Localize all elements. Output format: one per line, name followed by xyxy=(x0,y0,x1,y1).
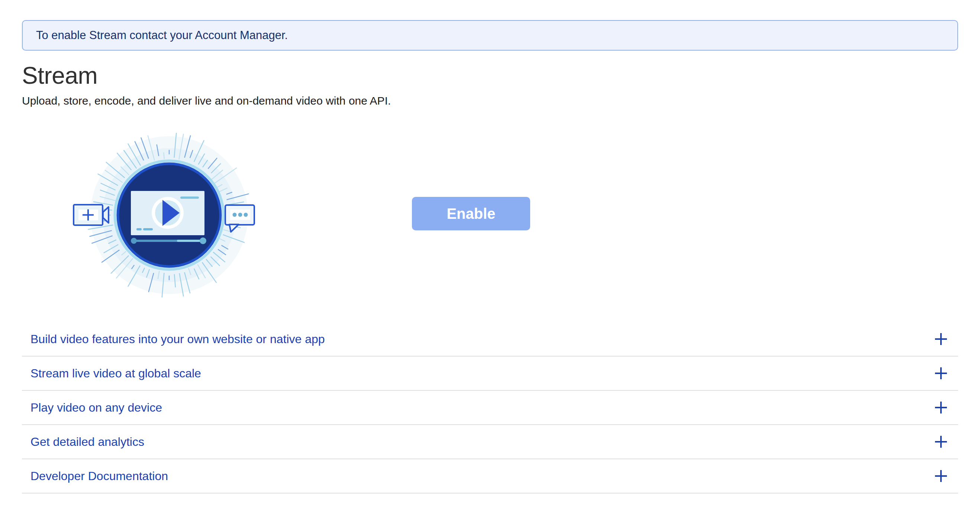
video-camera-add-icon xyxy=(73,205,108,225)
stream-illustration xyxy=(71,131,264,306)
stream-page: To enable Stream contact your Account Ma… xyxy=(0,0,980,527)
enable-button[interactable]: Enable xyxy=(412,197,530,230)
feature-accordion: Build video features into your own websi… xyxy=(22,322,958,493)
accordion-label: Build video features into your own websi… xyxy=(30,332,325,346)
accordion-row-build-video-features[interactable]: Build video features into your own websi… xyxy=(22,322,958,356)
accordion-row-stream-live-video[interactable]: Stream live video at global scale xyxy=(22,356,958,391)
plus-icon[interactable] xyxy=(935,436,947,448)
info-banner: To enable Stream contact your Account Ma… xyxy=(22,20,958,51)
page-title: Stream xyxy=(22,62,97,89)
accordion-label: Developer Documentation xyxy=(30,470,168,483)
plus-icon[interactable] xyxy=(935,470,947,482)
plus-icon[interactable] xyxy=(935,402,947,414)
plus-icon[interactable] xyxy=(935,367,947,379)
page-subtitle: Upload, store, encode, and deliver live … xyxy=(22,94,391,107)
accordion-label: Get detailed analytics xyxy=(30,435,144,449)
accordion-label: Stream live video at global scale xyxy=(30,367,201,380)
accordion-row-play-video-any-device[interactable]: Play video on any device xyxy=(22,391,958,425)
accordion-row-developer-documentation[interactable]: Developer Documentation xyxy=(22,459,958,493)
accordion-label: Play video on any device xyxy=(30,401,162,415)
accordion-row-get-detailed-analytics[interactable]: Get detailed analytics xyxy=(22,425,958,459)
plus-icon[interactable] xyxy=(935,333,947,345)
info-banner-text: To enable Stream contact your Account Ma… xyxy=(36,29,288,42)
